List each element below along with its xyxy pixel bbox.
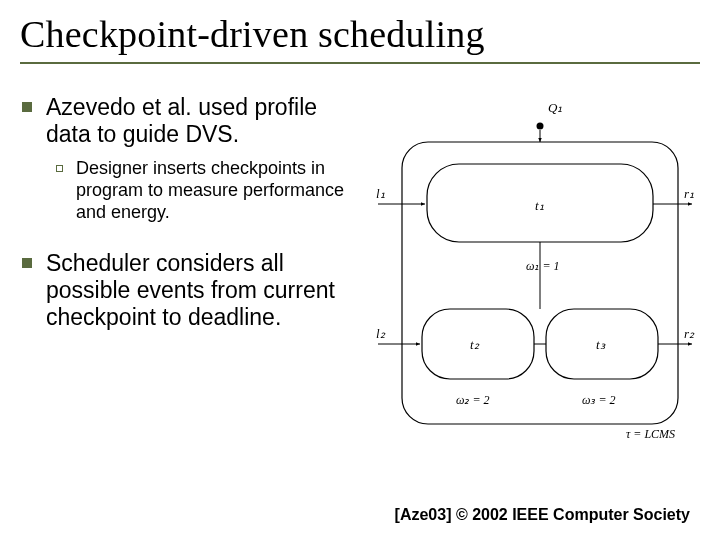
diagram-label-q1: Q₁	[548, 100, 562, 115]
text-column: Azevedo et al. used profile data to guid…	[20, 94, 370, 357]
citation: [Aze03] © 2002 IEEE Computer Society	[395, 506, 690, 524]
diagram-label-t2: t₂	[470, 337, 480, 352]
sub-bullet-list: Designer inserts checkpoints in program …	[54, 158, 364, 224]
diagram-label-t1: t₁	[535, 198, 544, 213]
diagram-column: Q₁ t₁ ω₁ = 1 l₁ r₁	[370, 94, 700, 443]
diagram-label-l2: l₂	[376, 326, 386, 341]
bullet-text: Scheduler considers all possible events …	[46, 250, 335, 330]
bullet-list: Azevedo et al. used profile data to guid…	[20, 94, 364, 331]
diagram-label-r2: r₂	[684, 326, 695, 341]
diagram-label-l1: l₁	[376, 186, 385, 201]
diagram-label-r1: r₁	[684, 186, 694, 201]
bullet-item: Scheduler considers all possible events …	[20, 250, 364, 331]
diagram-label-w1: ω₁ = 1	[526, 259, 560, 273]
sub-bullet-text: Designer inserts checkpoints in program …	[76, 158, 344, 222]
scheduling-diagram: Q₁ t₁ ω₁ = 1 l₁ r₁	[370, 94, 700, 439]
diagram-label-tau: τ = LCMS	[626, 427, 675, 439]
bullet-item: Azevedo et al. used profile data to guid…	[20, 94, 364, 224]
diagram-label-w2: ω₂ = 2	[456, 393, 490, 407]
slide-body: Azevedo et al. used profile data to guid…	[20, 94, 700, 443]
sub-bullet-item: Designer inserts checkpoints in program …	[54, 158, 364, 224]
svg-point-1	[537, 123, 544, 130]
diagram-label-w3: ω₃ = 2	[582, 393, 616, 407]
slide-title: Checkpoint-driven scheduling	[20, 12, 700, 56]
slide: Checkpoint-driven scheduling Azevedo et …	[0, 0, 720, 540]
bullet-text: Azevedo et al. used profile data to guid…	[46, 94, 317, 147]
title-underline	[20, 62, 700, 64]
diagram-label-t3: t₃	[596, 337, 606, 352]
